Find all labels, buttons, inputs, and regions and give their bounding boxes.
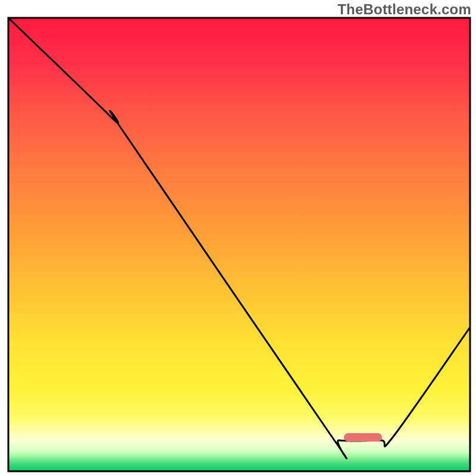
chart-container: { "watermark": "TheBottleneck.com", "cha…: [0, 0, 476, 476]
gradient-background: [8, 18, 470, 471]
watermark-text: TheBottleneck.com: [337, 1, 471, 18]
optimal-marker: [344, 433, 382, 441]
bottleneck-chart: [0, 0, 476, 476]
